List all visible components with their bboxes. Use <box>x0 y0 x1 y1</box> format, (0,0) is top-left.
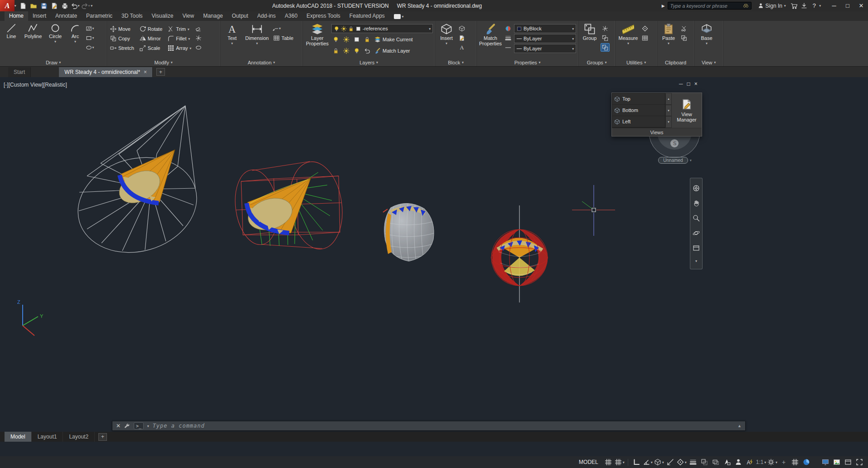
annotation-visibility-button[interactable] <box>733 457 743 467</box>
command-history-up-icon[interactable]: ▲ <box>737 424 742 428</box>
match-properties-button[interactable]: Match Properties <box>479 22 502 46</box>
linetype-icon-button[interactable] <box>504 43 513 52</box>
layer-isolate-button[interactable] <box>342 35 351 44</box>
snap-mode-button[interactable]: ▾ <box>615 457 625 467</box>
new-drawing-tab-button[interactable]: + <box>156 68 165 76</box>
sign-in-button[interactable]: Sign In ▾ <box>758 3 786 9</box>
lineweight-display-button[interactable] <box>688 457 698 467</box>
paste-button[interactable]: Paste▾ <box>659 22 678 45</box>
search-binoculars-icon[interactable] <box>743 3 749 9</box>
file-tab-start[interactable]: Start <box>8 67 31 77</box>
chevron-down-icon[interactable]: ▾ <box>690 159 692 162</box>
panel-title-view[interactable]: View▾ <box>694 58 723 66</box>
id-point-button[interactable] <box>640 24 650 33</box>
move-button[interactable]: Move <box>109 24 136 34</box>
erase-button[interactable] <box>194 24 203 33</box>
panel-title-properties[interactable]: Properties▾ <box>477 58 578 66</box>
text-button[interactable]: Text▾ <box>222 22 242 45</box>
command-input[interactable] <box>153 423 734 429</box>
layer-dropdown[interactable]: -references ▾ <box>331 24 433 33</box>
layer-lock-button[interactable] <box>363 35 372 44</box>
base-button[interactable]: Base▾ <box>696 22 717 45</box>
tab-annotate[interactable]: Annotate <box>51 11 82 21</box>
ribbon-display-toggle[interactable]: ▾ <box>394 14 404 19</box>
viewport-controls-label[interactable]: [-][Custom View][Realistic] <box>4 82 67 88</box>
orbit-icon[interactable] <box>693 229 700 237</box>
hatch-button[interactable]: ▾ <box>85 24 94 33</box>
object-snap-tracking-button[interactable] <box>665 457 675 467</box>
view-item-top[interactable]: Top <box>612 93 665 105</box>
layer-lock-icon[interactable] <box>348 26 354 32</box>
layout-tab-layout2[interactable]: Layout2 <box>63 432 95 442</box>
group-button[interactable]: Group <box>580 22 599 41</box>
cut-button[interactable] <box>679 24 689 33</box>
layer-thaw-sun-icon[interactable] <box>341 26 347 32</box>
create-block-button[interactable] <box>457 24 466 33</box>
layout-tab-layout1[interactable]: Layout1 <box>32 432 63 442</box>
ungroup-button[interactable] <box>601 24 610 33</box>
tab-express-tools[interactable]: Express Tools <box>302 11 344 21</box>
insert-button[interactable]: Insert▾ <box>437 22 456 45</box>
panel-title-draw[interactable]: Draw▾ <box>0 58 107 66</box>
layer-properties-button[interactable]: Layer Properties <box>305 22 330 46</box>
tab-home[interactable]: Home <box>5 11 28 21</box>
views-gallery-expand-icon[interactable]: ▾ <box>665 116 672 128</box>
rectangle-button[interactable]: ▾ <box>85 34 94 42</box>
open-file-button[interactable] <box>29 1 39 11</box>
view-item-left[interactable]: Left <box>612 116 665 127</box>
help-button[interactable]: ? <box>809 1 819 11</box>
fillet-button[interactable]: Fillet▾ <box>166 34 193 43</box>
group-selection-toggle[interactable] <box>601 43 610 52</box>
viewport-restore-icon[interactable]: □ <box>687 81 690 87</box>
customization-button[interactable]: ▾ <box>767 457 777 467</box>
maximize-button[interactable]: □ <box>841 0 854 11</box>
tab-3d-tools[interactable]: 3D Tools <box>117 11 147 21</box>
polar-tracking-button[interactable]: ▾ <box>643 457 653 467</box>
table-button[interactable]: Table <box>272 34 295 43</box>
views-panel-footer[interactable]: Views <box>612 128 702 136</box>
quick-calc-button[interactable] <box>640 34 650 42</box>
layout-tab-model[interactable]: Model <box>5 432 32 442</box>
model-mesh-pod[interactable] <box>383 202 434 262</box>
group-edit-button[interactable] <box>601 34 610 42</box>
command-close-icon[interactable]: ✕ <box>116 423 121 429</box>
panel-title-layers[interactable]: Layers▾ <box>303 58 435 66</box>
show-motion-icon[interactable] <box>693 244 700 252</box>
command-prompt-icon[interactable]: >_ <box>134 422 144 429</box>
autocad-logo[interactable]: A <box>0 0 15 11</box>
measure-button[interactable]: Measure▾ <box>617 22 639 45</box>
object-color-icon-button[interactable] <box>504 24 513 33</box>
model-space-viewport[interactable]: S <box>0 77 868 432</box>
tab-insert[interactable]: Insert <box>28 11 51 21</box>
edit-attributes-button[interactable] <box>457 34 466 42</box>
mirror-button[interactable]: Mirror <box>138 34 164 43</box>
save-button[interactable] <box>39 1 49 11</box>
ortho-mode-button[interactable] <box>631 457 641 467</box>
rotate-button[interactable]: Rotate <box>138 24 164 34</box>
tab-visualize[interactable]: Visualize <box>147 11 178 21</box>
object-color-dropdown[interactable]: ByBlock▾ <box>514 24 576 33</box>
lineweight-dropdown[interactable]: ByLayer▾ <box>514 34 576 43</box>
stretch-button[interactable]: Stretch <box>109 44 136 53</box>
search-collapse-icon[interactable]: ▶ <box>662 4 665 8</box>
zoom-icon[interactable] <box>693 214 700 222</box>
unnamed-view-pill[interactable]: Unnamed <box>658 157 688 164</box>
model-cylinder-horn[interactable] <box>231 158 348 253</box>
offset-button[interactable] <box>194 43 203 52</box>
layer-on-bulb-icon[interactable] <box>334 26 339 32</box>
trim-button[interactable]: Trim▾ <box>166 24 193 34</box>
chevron-down-icon[interactable]: ▾ <box>147 424 149 428</box>
array-button[interactable]: Array▾ <box>166 44 193 53</box>
tab-manage[interactable]: Manage <box>199 11 227 21</box>
hardware-acceleration-button[interactable] <box>820 457 830 467</box>
scale-button[interactable]: Scale <box>138 44 164 53</box>
new-file-button[interactable] <box>18 1 28 11</box>
save-as-button[interactable] <box>49 1 59 11</box>
transparency-button[interactable] <box>699 457 709 467</box>
tab-view[interactable]: View <box>178 11 199 21</box>
arc-button[interactable]: Arc▾ <box>67 22 84 43</box>
polyline-button[interactable]: Polyline <box>22 22 44 39</box>
tab-featured-apps[interactable]: Featured Apps <box>345 11 389 21</box>
viewport-minimize-icon[interactable]: ─ <box>679 81 683 87</box>
copy-button[interactable]: Copy <box>109 34 136 43</box>
